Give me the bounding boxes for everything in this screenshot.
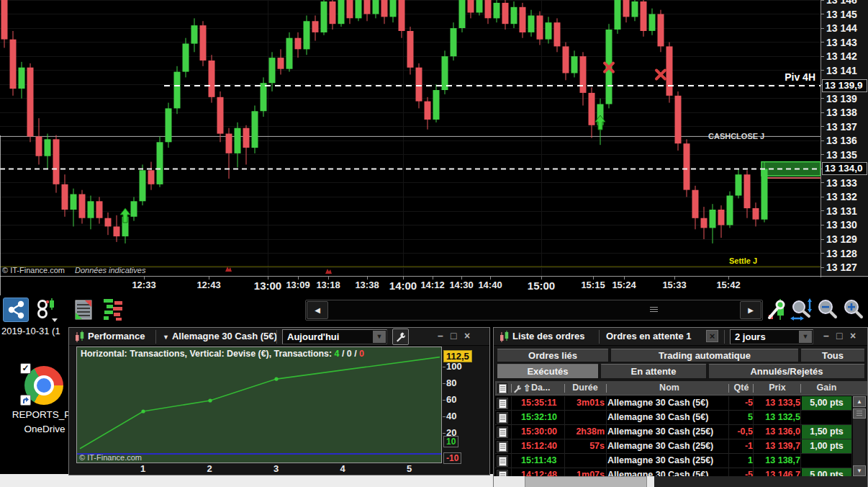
column-header-dure[interactable]: Durée — [566, 383, 605, 393]
tab-tous[interactable]: Tous — [800, 349, 865, 362]
perf-y-label: 80 — [446, 377, 456, 388]
minimize-button[interactable]: – — [438, 330, 443, 341]
maximize-button[interactable]: □ — [836, 330, 842, 341]
perf-upper-badge: 10 — [443, 436, 458, 447]
orders-titlebar[interactable]: Liste des ordres Ordres en attente 1 × 2… — [494, 328, 867, 346]
maximize-button[interactable]: □ — [451, 330, 456, 341]
tab-ordres-li-s[interactable]: Ordres liés — [497, 349, 609, 362]
buy-arrow-icon — [595, 115, 605, 130]
vscroll-thumb[interactable] — [853, 408, 866, 419]
linked-quotes-button[interactable] — [35, 298, 60, 322]
cell-separator — [800, 396, 801, 411]
losses-count: 0 — [359, 349, 364, 359]
order-doc-icon[interactable] — [497, 426, 508, 438]
instrument-selector[interactable]: ▼Allemagne 30 Cash (5€) — [163, 331, 277, 341]
shortcut-checkbox[interactable]: ✓ — [20, 363, 31, 374]
tab-ex-cut-s[interactable]: Exécutés — [497, 364, 599, 379]
chart-settings-button[interactable] — [764, 298, 790, 322]
column-header-nom[interactable]: Nom — [607, 383, 731, 393]
report-button[interactable] — [71, 298, 96, 322]
price-axis-label: 13 143 — [826, 37, 857, 48]
titlebar-separator — [599, 330, 600, 344]
zoom-out-button[interactable] — [815, 298, 841, 322]
order-row[interactable]: 15:32:10Allemagne 30 Cash (5€)513 132,5 — [495, 411, 851, 425]
close-button[interactable]: × — [850, 330, 856, 341]
order-doc-icon[interactable] — [497, 412, 508, 424]
performance-titlebar[interactable]: Performance ▼Allemagne 30 Cash (5€) Aujo… — [69, 328, 489, 346]
zoom-in-button[interactable] — [841, 298, 867, 322]
scroll-left-button[interactable]: ◀ — [307, 301, 328, 319]
tab-trading-automatique[interactable]: Trading automatique — [610, 349, 799, 362]
scrollbar-grip[interactable] — [650, 307, 658, 313]
order-row[interactable]: 15:35:113m01sAllemagne 30 Cash (5€)-513 … — [495, 396, 851, 411]
column-header-prix[interactable]: Prix — [754, 383, 800, 393]
order-doc-icon[interactable] — [497, 398, 508, 409]
cell-separator — [800, 425, 801, 439]
zoom-fit-button[interactable] — [789, 298, 815, 322]
orders-vscrollbar[interactable]: ▲ ▼ — [852, 396, 865, 477]
orders-hscroll-track[interactable] — [647, 476, 654, 487]
pending-close-icon[interactable]: × — [706, 330, 718, 342]
perf-x-label: 1 — [140, 463, 145, 474]
cell-separator — [606, 439, 607, 454]
performance-plot[interactable]: Horizontal: Transactions, Vertical: Devi… — [76, 347, 442, 463]
price-axis-label: 13 129 — [826, 233, 857, 245]
tab-en-attente[interactable]: En attente — [600, 364, 707, 379]
column-header-gain[interactable]: Gain — [802, 383, 851, 393]
column-header-da[interactable]: Da... — [531, 383, 560, 393]
price-tick — [821, 14, 824, 14]
tab-annul-s-rejet-s[interactable]: Annulés/Rejetés — [708, 364, 865, 379]
order-doc-icon[interactable] — [497, 441, 508, 452]
price-axis-label: 13 128 — [826, 248, 857, 259]
price-tick — [821, 112, 824, 113]
cell-separator — [728, 425, 729, 439]
orders-table[interactable]: 15:35:113m01sAllemagne 30 Cash (5€)-513 … — [495, 396, 851, 477]
price-tick — [821, 239, 824, 240]
pending-orders-button[interactable]: Ordres en attente 1 — [606, 331, 692, 341]
orders-hscroll-thumb[interactable] — [525, 476, 647, 487]
cell-separator — [564, 425, 565, 439]
scroll-right-button[interactable]: ▶ — [740, 301, 761, 319]
orders-hscroll-track[interactable] — [494, 476, 525, 487]
link-share-button[interactable] — [3, 298, 29, 322]
candlestick-chart[interactable]: Piv 4HCASHCLOSE JSettle J — [0, 0, 820, 276]
chart-settings-icon — [767, 298, 788, 321]
order-book-button[interactable] — [101, 298, 127, 322]
header-separator — [564, 384, 565, 393]
cell-separator — [564, 396, 565, 411]
order-price: 13 136,0 — [754, 426, 800, 437]
order-doc-icon[interactable] — [497, 455, 508, 467]
chevron-down-icon[interactable]: ▼ — [799, 331, 812, 343]
orders-period-dropdown[interactable]: 2 jours ▼ — [730, 329, 813, 344]
cell-separator — [564, 454, 565, 468]
price-axis-label: 13 144 — [826, 22, 857, 34]
price-axis-label: 13 141 — [826, 65, 857, 76]
chevron-down-icon[interactable]: ▼ — [373, 331, 386, 343]
cell-separator — [753, 411, 754, 425]
zoom-in-icon — [842, 298, 865, 321]
zoom-fit-icon — [790, 298, 813, 321]
wrench-icon — [513, 384, 523, 393]
price-tick — [821, 210, 824, 211]
column-header-qt[interactable]: Qté — [730, 383, 753, 393]
order-row[interactable]: 15:12:4057sAllemagne 30 Cash (25€)-113 1… — [495, 439, 851, 454]
close-button[interactable]: × — [464, 330, 470, 341]
share-icon — [5, 300, 27, 320]
scroll-up-button[interactable]: ▲ — [853, 396, 866, 407]
period-dropdown[interactable]: Aujourd'hui ▼ — [282, 329, 387, 344]
orders-hscroll-track[interactable] — [654, 476, 867, 487]
settings-button[interactable] — [392, 329, 409, 345]
orders-title: Liste des ordres — [512, 331, 584, 341]
candles — [1, 0, 768, 244]
order-row[interactable]: 15:30:002h38mAllemagne 30 Cash (25€)-0,5… — [495, 425, 851, 439]
minimize-button[interactable]: – — [823, 330, 829, 341]
performance-window: Performance ▼Allemagne 30 Cash (5€) Aujo… — [68, 327, 490, 475]
orders-table-header[interactable]: ⇧ Da...DuréeNomQtéPrixGain — [495, 381, 867, 396]
cell-separator — [753, 454, 754, 468]
scroll-down-button[interactable]: ▼ — [853, 465, 866, 476]
time-axis[interactable]: 12:3312:4313:0013:0913:1813:3814:0014:12… — [0, 277, 868, 295]
time-axis-label: 13:38 — [355, 280, 379, 290]
order-row[interactable]: 15:11:43Allemagne 30 Cash (25€)113 138,7 — [495, 454, 851, 468]
chart-hscrollbar[interactable]: ◀ ▶ — [305, 300, 763, 321]
price-axis[interactable]: 13 12713 12813 12913 13013 13113 13213 1… — [820, 0, 868, 277]
